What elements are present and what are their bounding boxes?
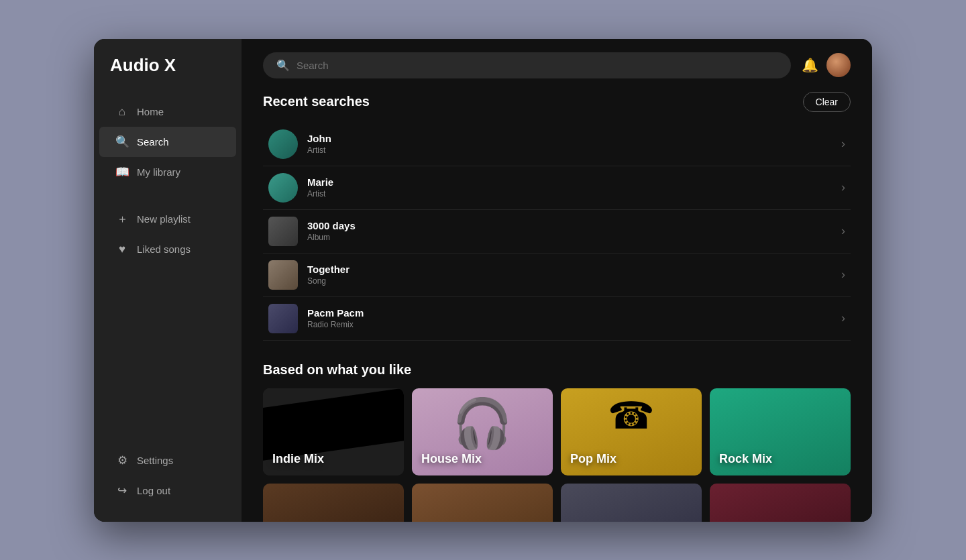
search-icon: 🔍 xyxy=(115,135,129,149)
recent-searches-header: Recent searches Clear xyxy=(263,92,851,112)
mix-card-label: Pop Mix xyxy=(561,445,702,475)
list-item[interactable]: Together Song › xyxy=(263,254,851,297)
chevron-right-icon: › xyxy=(841,137,845,151)
book-icon: 📖 xyxy=(115,165,129,179)
search-bar-icon: 🔍 xyxy=(276,59,290,72)
sidebar-item-settings-label: Settings xyxy=(137,455,173,466)
search-item-thumb xyxy=(268,304,298,333)
app-container: Audio X ⌂ Home 🔍 Search 📖 My library ＋ N… xyxy=(94,39,872,522)
chevron-right-icon: › xyxy=(841,180,845,194)
search-item-info: John Artist xyxy=(307,133,841,155)
telephone-icon: ☎ xyxy=(608,394,655,437)
search-item-thumb xyxy=(268,260,298,290)
search-item-thumb xyxy=(268,129,298,159)
search-item-type: Radio Remix xyxy=(307,320,841,329)
content-area: Recent searches Clear John Artist › Mari… xyxy=(241,92,872,522)
search-input[interactable] xyxy=(297,60,777,71)
app-logo: Audio X xyxy=(94,55,241,97)
search-item-type: Song xyxy=(307,276,841,286)
mix-card-label: House Mix xyxy=(412,445,553,475)
header-icons: 🔔 xyxy=(802,53,851,77)
search-bar[interactable]: 🔍 xyxy=(263,52,791,78)
mix-card-rock[interactable]: Rock Mix xyxy=(710,388,851,475)
nav-divider xyxy=(94,187,241,203)
sidebar-item-new-playlist[interactable]: ＋ New playlist xyxy=(99,203,236,235)
sidebar-item-search-label: Search xyxy=(137,136,169,148)
mix-card-bg xyxy=(561,484,702,522)
search-item-name: 3000 days xyxy=(307,220,841,231)
mix-card-bg xyxy=(412,484,553,522)
sidebar-item-liked-songs[interactable]: ♥ Liked songs xyxy=(99,235,236,264)
header: 🔍 🔔 xyxy=(241,39,872,92)
mix-card-label: Rock Mix xyxy=(710,445,851,475)
list-item[interactable]: Pacm Pacm Radio Remix › xyxy=(263,297,851,341)
search-item-type: Artist xyxy=(307,146,841,155)
search-item-info: Together Song xyxy=(307,264,841,286)
clear-button[interactable]: Clear xyxy=(803,92,851,112)
sidebar-item-liked-songs-label: Liked songs xyxy=(137,243,191,255)
sidebar: Audio X ⌂ Home 🔍 Search 📖 My library ＋ N… xyxy=(94,39,241,522)
user-avatar[interactable] xyxy=(826,53,851,77)
mix-card-bg xyxy=(710,484,851,522)
recent-searches-section: Recent searches Clear John Artist › Mari… xyxy=(263,92,851,341)
search-item-thumb xyxy=(268,217,298,246)
mix-card-classical[interactable]: Classical Mix xyxy=(412,484,553,522)
search-item-type: Artist xyxy=(307,189,841,199)
sidebar-item-new-playlist-label: New playlist xyxy=(137,213,191,225)
avatar-image xyxy=(826,53,851,77)
chevron-right-icon: › xyxy=(841,311,845,325)
mix-card-bg xyxy=(263,484,404,522)
headphones-icon: 🎧 xyxy=(452,395,513,452)
search-item-name: Marie xyxy=(307,176,841,188)
sidebar-item-library-label: My library xyxy=(137,166,180,178)
notification-bell-icon[interactable]: 🔔 xyxy=(802,57,818,73)
sidebar-bottom: ⚙ Settings ↪ Log out xyxy=(94,445,241,506)
search-item-name: Together xyxy=(307,264,841,275)
recommendations-header: Based on what you like xyxy=(263,362,851,378)
list-item[interactable]: 3000 days Album › xyxy=(263,210,851,254)
search-item-info: Pacm Pacm Radio Remix xyxy=(307,307,841,329)
sidebar-item-home[interactable]: ⌂ Home xyxy=(99,97,236,127)
search-item-name: John xyxy=(307,133,841,144)
mix-card-chill[interactable]: Chill Mix xyxy=(263,484,404,522)
plus-icon: ＋ xyxy=(115,211,129,227)
list-item[interactable]: John Artist › xyxy=(263,123,851,166)
mix-card-pop[interactable]: ☎ Pop Mix xyxy=(561,388,702,475)
mix-card-punk[interactable]: Punk Mix xyxy=(561,484,702,522)
home-icon: ⌂ xyxy=(115,105,129,119)
mix-card-house[interactable]: 🎧 House Mix xyxy=(412,388,553,475)
main-nav: ⌂ Home 🔍 Search 📖 My library ＋ New playl… xyxy=(94,97,241,445)
mix-card-indie[interactable]: Indie Mix xyxy=(263,388,404,475)
logout-icon: ↪ xyxy=(115,484,129,498)
sidebar-item-settings[interactable]: ⚙ Settings xyxy=(99,445,236,475)
search-item-type: Album xyxy=(307,233,841,242)
main-content: 🔍 🔔 Recent searches Clear xyxy=(241,39,872,522)
chevron-right-icon: › xyxy=(841,224,845,238)
search-item-info: 3000 days Album xyxy=(307,220,841,242)
sidebar-item-library[interactable]: 📖 My library xyxy=(99,157,236,187)
heart-icon: ♥ xyxy=(115,243,129,256)
sidebar-item-search[interactable]: 🔍 Search xyxy=(99,127,236,157)
recommendations-title: Based on what you like xyxy=(263,362,411,378)
search-item-name: Pacm Pacm xyxy=(307,307,841,319)
gear-icon: ⚙ xyxy=(115,453,129,467)
mix-card-romantic[interactable]: Romantic Mix xyxy=(710,484,851,522)
list-item[interactable]: Marie Artist › xyxy=(263,166,851,210)
sidebar-item-home-label: Home xyxy=(137,106,164,117)
search-item-thumb xyxy=(268,173,298,203)
sidebar-item-logout[interactable]: ↪ Log out xyxy=(99,475,236,506)
mix-card-label: Indie Mix xyxy=(263,445,404,475)
search-item-info: Marie Artist xyxy=(307,176,841,199)
chevron-right-icon: › xyxy=(841,268,845,282)
recommendations-section: Based on what you like Indie Mix 🎧 House… xyxy=(263,362,851,522)
mix-grid: Indie Mix 🎧 House Mix ☎ Pop Mix xyxy=(263,388,851,522)
sidebar-item-logout-label: Log out xyxy=(137,485,170,496)
recent-searches-title: Recent searches xyxy=(263,94,370,109)
